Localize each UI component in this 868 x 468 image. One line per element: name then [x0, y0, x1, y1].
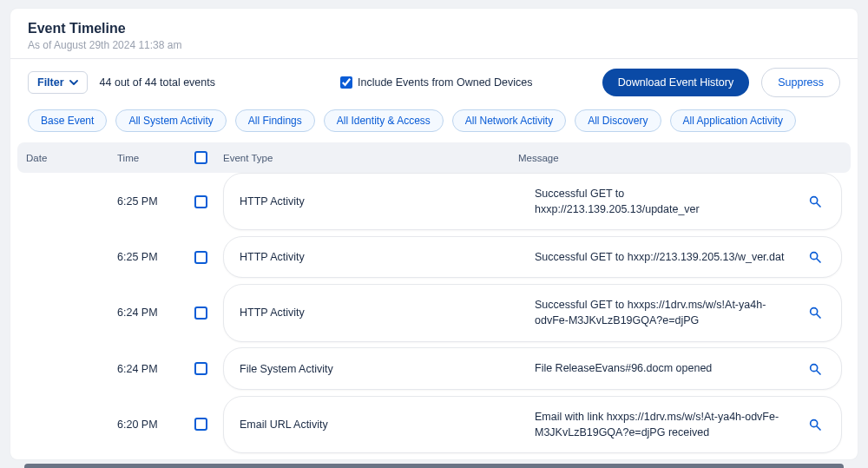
controls-row: Filter 44 out of 44 total events Include… [10, 59, 858, 109]
row-message: Successful GET to hxxps://1drv.ms/w/s!At… [535, 297, 794, 328]
row-message: Successful GET to hxxp://213.139.205.13/… [535, 186, 794, 217]
end-of-records: End of Records [24, 464, 844, 468]
chip-network-activity[interactable]: All Network Activity [452, 109, 566, 132]
col-date: Date [26, 153, 117, 163]
table-row: 6:24 PM HTTP Activity Successful GET to … [17, 284, 851, 341]
filter-chip-row: Base Event All System Activity All Findi… [10, 109, 858, 142]
event-count: 44 out of 44 total events [100, 76, 215, 89]
event-card: HTTP Activity Successful GET to hxxp://2… [223, 173, 842, 230]
row-message: Email with link hxxps://1drv.ms/w/s!At-y… [535, 409, 794, 440]
row-checkbox[interactable] [194, 195, 207, 208]
chip-application-activity[interactable]: All Application Activity [670, 109, 796, 132]
row-event-type: File System Activity [240, 363, 535, 375]
table-row: 6:24 PM File System Activity File Releas… [17, 342, 851, 396]
event-card: HTTP Activity Successful GET to hxxps://… [223, 284, 842, 341]
table-row: 6:25 PM HTTP Activity Successful GET to … [17, 173, 851, 230]
row-message: Successful GET to hxxp://213.139.205.13/… [535, 249, 794, 265]
table-header: Date Time Event Type Message [17, 142, 851, 173]
search-icon[interactable] [808, 194, 822, 208]
suppress-button[interactable]: Suppress [761, 68, 840, 97]
svg-line-5 [817, 314, 820, 318]
search-icon[interactable] [808, 306, 822, 320]
row-message: File ReleaseEvans#96.docm opened [535, 360, 794, 376]
event-card: HTTP Activity Successful GET to hxxp://2… [223, 236, 842, 278]
event-card: File System Activity File ReleaseEvans#9… [223, 347, 842, 389]
chevron-down-icon [69, 78, 78, 87]
select-all-checkbox[interactable] [194, 151, 207, 164]
page-subtitle: As of August 29th 2024 11:38 am [28, 39, 840, 51]
event-timeline-panel: Event Timeline As of August 29th 2024 11… [10, 9, 858, 459]
panel-header: Event Timeline As of August 29th 2024 11… [10, 9, 858, 59]
chip-discovery[interactable]: All Discovery [575, 109, 661, 132]
row-time: 6:24 PM [117, 363, 178, 375]
table-body: 6:25 PM HTTP Activity Successful GET to … [17, 173, 851, 453]
col-message: Message [518, 153, 800, 163]
event-card: Email URL Activity Email with link hxxps… [223, 396, 842, 453]
chip-identity-access[interactable]: All Identity & Access [324, 109, 444, 132]
row-checkbox[interactable] [194, 251, 207, 264]
col-event-type: Event Type [223, 153, 518, 163]
table-row: 6:25 PM HTTP Activity Successful GET to … [17, 230, 851, 284]
search-icon[interactable] [808, 418, 822, 432]
search-icon[interactable] [808, 362, 822, 376]
svg-line-1 [817, 203, 820, 207]
filter-label: Filter [37, 76, 64, 89]
include-owned-checkbox[interactable] [340, 76, 352, 89]
row-time: 6:20 PM [117, 419, 178, 431]
row-event-type: HTTP Activity [240, 251, 535, 263]
row-checkbox[interactable] [194, 307, 207, 320]
row-time: 6:25 PM [117, 251, 178, 263]
svg-line-3 [817, 259, 820, 262]
svg-line-9 [817, 426, 820, 430]
row-event-type: HTTP Activity [240, 195, 535, 208]
chip-base-event[interactable]: Base Event [28, 109, 107, 132]
table-row: 6:20 PM Email URL Activity Email with li… [17, 396, 851, 453]
col-time: Time [117, 153, 178, 163]
download-history-button[interactable]: Download Event History [602, 69, 749, 96]
row-time: 6:24 PM [117, 307, 178, 319]
page-title: Event Timeline [28, 21, 840, 36]
filter-button[interactable]: Filter [28, 71, 88, 94]
row-event-type: Email URL Activity [240, 419, 535, 431]
search-icon[interactable] [808, 250, 822, 264]
row-checkbox[interactable] [194, 362, 207, 375]
chip-system-activity[interactable]: All System Activity [115, 109, 226, 132]
row-checkbox[interactable] [194, 418, 207, 431]
chip-findings[interactable]: All Findings [235, 109, 315, 132]
row-event-type: HTTP Activity [240, 307, 535, 319]
event-table: Date Time Event Type Message 6:25 PM HTT… [10, 142, 858, 468]
svg-line-7 [817, 371, 820, 374]
include-owned-devices[interactable]: Include Events from Owned Devices [340, 76, 532, 89]
row-time: 6:25 PM [117, 195, 178, 208]
include-owned-label: Include Events from Owned Devices [358, 76, 532, 89]
